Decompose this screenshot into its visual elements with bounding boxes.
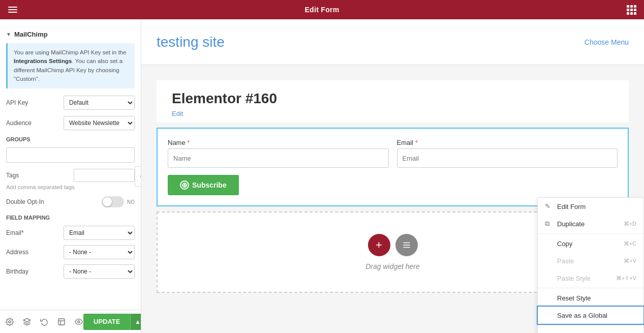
widget-buttons-row: + [368, 234, 418, 256]
address-select[interactable]: - None - [64, 245, 135, 259]
toggle-thumb [103, 197, 112, 206]
birthday-select[interactable]: - None - [64, 264, 135, 279]
pencil-icon: ✎ [545, 202, 553, 210]
mailchimp-section-header[interactable]: ▼ MailChimp [6, 25, 135, 43]
groups-label: Groups [6, 136, 135, 142]
groups-section: Groups [6, 136, 135, 169]
toggle-track[interactable] [102, 196, 124, 207]
layers-icon[interactable] [22, 317, 32, 326]
name-required-marker: * [187, 139, 190, 146]
audience-row: Audience Website Newslette [6, 116, 135, 130]
page-title-block: Elementor #160 Edit [157, 80, 629, 123]
paste-icon [545, 257, 553, 265]
svg-rect-7 [403, 245, 410, 246]
chevron-down-icon: ▼ [6, 32, 11, 37]
svg-marker-1 [23, 318, 30, 322]
grid-icon [627, 5, 636, 15]
context-menu-reset-style[interactable]: Reset Style [538, 289, 643, 307]
grid-view-button[interactable] [619, 0, 644, 19]
context-menu-edit-form-inner: ✎ Edit Form [545, 202, 586, 210]
canvas-area: Elementor #160 Edit Name * Email [141, 65, 644, 333]
content-area: testing site Choose Menu Elementor #160 … [141, 19, 644, 333]
info-box: You are using MailChimp API Key set in t… [6, 43, 135, 88]
form-widget[interactable]: Name * Email * ⊕ Sub [157, 128, 629, 206]
hamburger-menu-button[interactable] [0, 0, 25, 19]
drag-hint: Drag widget here [365, 262, 420, 270]
svg-rect-2 [58, 319, 65, 325]
email-field-select[interactable]: Email [64, 226, 135, 240]
email-input[interactable] [397, 148, 618, 168]
field-mapping-label: Field Mapping [6, 215, 135, 221]
email-field-label-form: Email * [397, 139, 618, 146]
context-menu-save-global[interactable]: Save as a Global [538, 307, 643, 324]
history-icon[interactable] [40, 317, 49, 326]
context-menu-duplicate[interactable]: ⧉ Duplicate ⌘+D [538, 215, 643, 232]
api-key-row: API Key Default [6, 96, 135, 110]
eye-icon[interactable] [74, 317, 83, 326]
subscribe-icon: ⊕ [180, 180, 189, 190]
page-title: Edit Form [25, 6, 619, 14]
email-required-marker: * [415, 139, 418, 146]
top-bar: Edit Form [0, 0, 644, 19]
choose-menu-button[interactable]: Choose Menu [585, 38, 629, 46]
birthday-field-row: Birthday - None - [6, 264, 135, 279]
context-menu-reset-style-inner: Reset Style [545, 294, 591, 302]
paste-style-icon [545, 274, 553, 282]
subscribe-button[interactable]: ⊕ Subscribe [168, 175, 239, 195]
update-arrow-button[interactable]: ▲ [130, 314, 141, 330]
context-menu-copy-inner: Copy [545, 239, 572, 248]
api-key-label: API Key [6, 99, 28, 106]
info-text-bold: Integrations Settings [14, 58, 72, 64]
sidebar: ▼ MailChimp You are using MailChimp API … [0, 19, 141, 333]
context-menu-edit-form[interactable]: ✎ Edit Form [538, 198, 643, 215]
copy-icon [545, 239, 553, 248]
context-menu-copy[interactable]: Copy ⌘+C [538, 235, 643, 252]
groups-input[interactable] [6, 147, 135, 163]
update-button-group: UPDATE ▲ [83, 314, 141, 330]
name-input[interactable] [168, 148, 389, 168]
menu-icon [8, 7, 17, 13]
reset-icon [545, 294, 553, 302]
context-menu-divider-3 [538, 325, 643, 325]
name-field-group: Name * [168, 139, 389, 168]
double-optin-row: Double Opt-In NO [6, 196, 135, 207]
update-button[interactable]: UPDATE [83, 314, 130, 330]
name-field-label: Name * [168, 139, 389, 146]
context-menu-divider-2 [538, 288, 643, 288]
email-field-group: Email * [397, 139, 618, 168]
content-nav: testing site Choose Menu [141, 19, 644, 65]
context-menu-navigator[interactable]: Navigator [538, 326, 643, 333]
template-icon[interactable] [57, 317, 66, 326]
navigator-icon [545, 331, 553, 333]
svg-rect-6 [403, 243, 410, 244]
add-tags-hint: Add comma separated tags [6, 184, 135, 190]
context-menu-navigator-inner: Navigator [545, 331, 586, 333]
add-widget-button[interactable]: + [368, 234, 390, 256]
mailchimp-section-label: MailChimp [14, 31, 48, 38]
toggle-no-label: NO [127, 199, 135, 205]
double-optin-toggle[interactable]: NO [102, 196, 135, 207]
sidebar-collapse-button[interactable]: ‹ [135, 166, 141, 187]
bottom-icons [5, 317, 83, 326]
handle-button[interactable] [395, 234, 418, 256]
context-menu-paste[interactable]: Paste ⌘+V [538, 252, 643, 269]
page-edit-link[interactable]: Edit [172, 110, 614, 117]
svg-rect-8 [403, 247, 410, 248]
site-title: testing site [157, 34, 225, 50]
audience-select[interactable]: Website Newslette [64, 116, 135, 130]
tags-label: Tags [6, 172, 19, 179]
tags-input[interactable] [74, 169, 135, 182]
info-text-before: You are using MailChimp API Key set in t… [14, 49, 126, 55]
context-menu-paste-style[interactable]: Paste Style ⌘+⇧+V [538, 269, 643, 287]
save-global-icon [545, 311, 553, 319]
page-block-title: Elementor #160 [172, 90, 614, 107]
context-menu-paste-style-inner: Paste Style [545, 274, 591, 282]
context-menu-divider-1 [538, 233, 643, 234]
field-mapping-section: Field Mapping Email* Email Address - Non… [6, 215, 135, 279]
api-key-select[interactable]: Default [64, 96, 135, 110]
audience-label: Audience [6, 119, 32, 127]
settings-icon[interactable] [5, 317, 14, 326]
svg-point-5 [78, 321, 80, 323]
birthday-label: Birthday [6, 268, 37, 275]
context-menu-save-global-inner: Save as a Global [545, 311, 607, 319]
